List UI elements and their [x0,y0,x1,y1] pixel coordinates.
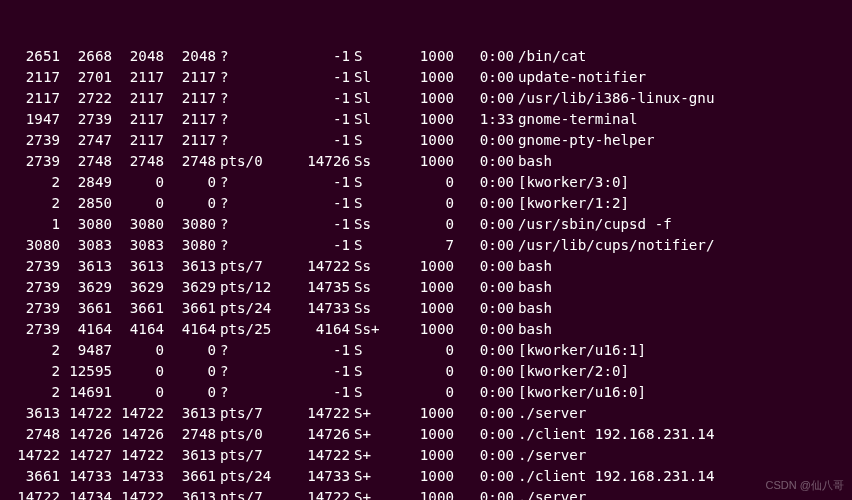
cell-tpgid: -1 [290,46,350,67]
cell-pgid: 2117 [112,130,164,151]
cell-pgid: 2117 [112,88,164,109]
cell-stat: Ss+ [350,319,394,340]
cell-uid: 1000 [394,130,454,151]
cell-time: 1:33 [454,109,514,130]
cell-sid: 3629 [164,277,216,298]
cell-uid: 0 [394,361,454,382]
cell-time: 0:00 [454,277,514,298]
cell-tpgid: -1 [290,88,350,109]
cell-pgid: 2117 [112,67,164,88]
cell-cmd: /bin/cat [514,46,586,67]
cell-pgid: 3661 [112,298,164,319]
cell-pgid: 3629 [112,277,164,298]
cell-pgid: 0 [112,361,164,382]
cell-time: 0:00 [454,256,514,277]
cell-tpgid: -1 [290,67,350,88]
cell-pid: 12595 [60,361,112,382]
cell-time: 0:00 [454,424,514,445]
cell-uid: 1000 [394,487,454,500]
cell-time: 0:00 [454,340,514,361]
cell-ppid: 3613 [8,403,60,424]
process-row: 2739362936293629pts/1214735Ss10000:00bas… [8,277,852,298]
cell-stat: Ss [350,151,394,172]
cell-cmd: [kworker/u16:0] [514,382,646,403]
cell-cmd: update-notifier [514,67,646,88]
cell-tpgid: 14722 [290,403,350,424]
process-row: 274814726147262748pts/014726S+10000:00./… [8,424,852,445]
cell-sid: 4164 [164,319,216,340]
cell-pid: 14726 [60,424,112,445]
cell-sid: 3661 [164,298,216,319]
cell-tty: ? [216,109,290,130]
watermark: CSDN @仙八哥 [766,475,844,496]
cell-sid: 3080 [164,235,216,256]
cell-time: 0:00 [454,403,514,424]
cell-sid: 3613 [164,256,216,277]
cell-tty: ? [216,130,290,151]
cell-pgid: 14722 [112,487,164,500]
process-row: 1472214734147223613pts/714722S+10000:00.… [8,487,852,500]
cell-tpgid: 14733 [290,298,350,319]
cell-pid: 14727 [60,445,112,466]
cell-pid: 9487 [60,340,112,361]
cell-stat: Sl [350,109,394,130]
cell-cmd: bash [514,298,552,319]
cell-tpgid: 14722 [290,256,350,277]
cell-tty: ? [216,214,290,235]
process-row: 2284900?-1S00:00[kworker/3:0] [8,172,852,193]
cell-sid: 0 [164,172,216,193]
cell-tpgid: 14726 [290,151,350,172]
cell-pgid: 0 [112,193,164,214]
cell-tty: ? [216,382,290,403]
cell-sid: 0 [164,193,216,214]
cell-stat: S [350,235,394,256]
cell-time: 0:00 [454,382,514,403]
cell-ppid: 2 [8,172,60,193]
cell-time: 0:00 [454,466,514,487]
cell-ppid: 1 [8,214,60,235]
cell-stat: S [350,193,394,214]
process-row: 2948700?-1S00:00[kworker/u16:1] [8,340,852,361]
cell-tpgid: -1 [290,109,350,130]
cell-tty: pts/0 [216,151,290,172]
cell-sid: 0 [164,361,216,382]
cell-pgid: 3083 [112,235,164,256]
cell-tpgid: -1 [290,214,350,235]
cell-pid: 2701 [60,67,112,88]
cell-pid: 14722 [60,403,112,424]
cell-ppid: 14722 [8,445,60,466]
cell-uid: 1000 [394,88,454,109]
cell-tpgid: 14722 [290,487,350,500]
cell-tty: ? [216,193,290,214]
cell-pid: 3629 [60,277,112,298]
cell-stat: S [350,382,394,403]
cell-ppid: 3080 [8,235,60,256]
cell-sid: 3613 [164,487,216,500]
cell-tpgid: -1 [290,130,350,151]
cell-stat: S+ [350,466,394,487]
cell-pgid: 4164 [112,319,164,340]
cell-uid: 1000 [394,67,454,88]
process-row: 1472214727147223613pts/714722S+10000:00.… [8,445,852,466]
cell-ppid: 2739 [8,277,60,298]
cell-stat: S [350,340,394,361]
cell-sid: 2748 [164,424,216,445]
cell-cmd: gnome-pty-helper [514,130,655,151]
cell-pgid: 14726 [112,424,164,445]
cell-time: 0:00 [454,172,514,193]
cell-pid: 2850 [60,193,112,214]
cell-ppid: 2117 [8,88,60,109]
cell-cmd: [kworker/3:0] [514,172,629,193]
cell-stat: S [350,130,394,151]
cell-ppid: 2739 [8,319,60,340]
cell-cmd: ./client 192.168.231.14 [514,424,714,445]
process-row: 2117272221172117?-1Sl10000:00/usr/lib/i3… [8,88,852,109]
cell-sid: 2117 [164,67,216,88]
cell-cmd: ./server [514,487,586,500]
process-row: 2739366136613661pts/2414733Ss10000:00bas… [8,298,852,319]
cell-stat: S+ [350,487,394,500]
cell-uid: 1000 [394,109,454,130]
cell-time: 0:00 [454,214,514,235]
terminal-output[interactable]: 2651266820482048?-1S10000:00/bin/cat2117… [0,0,852,500]
cell-tty: ? [216,361,290,382]
